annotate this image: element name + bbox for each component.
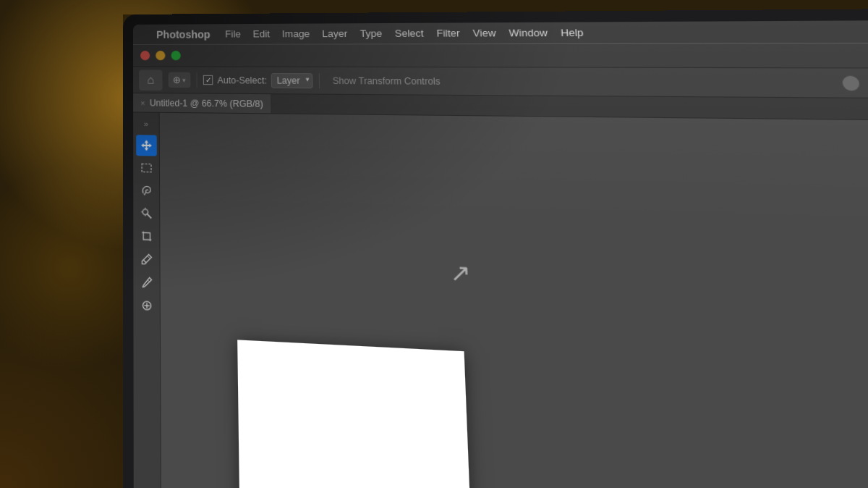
laptop-bezel: Photoshop File Edit Image Layer Type Sel… — [123, 8, 868, 488]
healing-brush-icon — [140, 298, 153, 313]
canvas-document[interactable] — [237, 340, 472, 488]
brush-tool[interactable] — [136, 271, 157, 293]
eyedropper-tool[interactable] — [136, 248, 157, 271]
autoselect-label: Auto-Select: — [217, 75, 267, 85]
svg-line-6 — [147, 256, 150, 258]
layer-dropdown-value: Layer — [276, 75, 299, 86]
window-controls-bar — [133, 43, 868, 69]
dropdown-caret-icon: ▾ — [306, 75, 310, 83]
tab-close-icon[interactable]: × — [140, 98, 145, 107]
crop-icon — [140, 229, 153, 243]
home-button[interactable]: ⌂ — [139, 70, 162, 91]
rect-marquee-icon — [140, 161, 153, 174]
maximize-button[interactable] — [171, 51, 181, 60]
lasso-tool[interactable] — [136, 180, 157, 201]
app-name: Photoshop — [156, 28, 210, 40]
dropdown-arrow-icon: ▾ — [182, 76, 186, 83]
canvas-cursor: ↖ — [450, 258, 472, 287]
menu-layer[interactable]: Layer — [322, 28, 347, 40]
laptop-screen: Photoshop File Edit Image Layer Type Sel… — [133, 20, 868, 488]
magic-wand-tool[interactable] — [136, 203, 157, 224]
brush-icon — [140, 275, 153, 290]
minimize-button[interactable] — [156, 51, 165, 60]
eyedropper-icon — [140, 252, 153, 266]
close-button[interactable] — [140, 51, 150, 60]
arrange-icon[interactable] — [842, 75, 860, 91]
svg-line-7 — [147, 279, 149, 282]
document-tab[interactable]: × Untitled-1 @ 66.7% (RGB/8) — [133, 93, 272, 113]
left-toolbar: » — [133, 112, 161, 488]
toolbar-divider — [196, 72, 197, 88]
move-icon: ⊕ — [173, 75, 181, 85]
menu-view[interactable]: View — [472, 28, 495, 39]
menubar: Photoshop File Edit Image Layer Type Sel… — [133, 20, 868, 45]
layer-dropdown[interactable]: Layer ▾ — [271, 73, 313, 88]
svg-rect-0 — [142, 164, 151, 172]
move-tool-icon — [140, 138, 153, 152]
menu-image[interactable]: Image — [282, 28, 310, 40]
home-icon: ⌂ — [147, 73, 154, 86]
tab-title: Untitled-1 @ 66.7% (RGB/8) — [150, 98, 263, 109]
crop-tool[interactable] — [136, 225, 157, 248]
menu-window[interactable]: Window — [509, 27, 548, 38]
canvas-area[interactable]: ↖ — [160, 113, 868, 488]
move-tool-button[interactable]: ⊕ ▾ — [169, 72, 191, 88]
move-tool[interactable] — [136, 135, 157, 156]
svg-point-2 — [142, 209, 148, 215]
toolbar-right-icons — [842, 75, 868, 91]
expand-icon[interactable]: » — [140, 117, 153, 131]
lasso-icon — [140, 184, 153, 198]
menu-help[interactable]: Help — [561, 27, 584, 38]
toolbar-divider-2 — [319, 73, 320, 88]
menu-type[interactable]: Type — [359, 28, 382, 39]
autoselect-checkbox[interactable]: ✓ — [203, 75, 213, 85]
autoselect-control: ✓ Auto-Select: Layer ▾ — [203, 72, 313, 88]
menu-filter[interactable]: Filter — [436, 28, 460, 39]
healing-brush-tool[interactable] — [136, 294, 157, 316]
rect-marquee-tool[interactable] — [136, 157, 157, 179]
menu-edit[interactable]: Edit — [253, 28, 271, 39]
menu-file[interactable]: File — [225, 28, 241, 39]
checkmark-icon: ✓ — [205, 76, 210, 83]
show-transform-label: Show Transform Controls — [332, 75, 440, 87]
magic-wand-icon — [140, 206, 153, 220]
main-area: » — [133, 112, 868, 488]
menu-select[interactable]: Select — [395, 28, 424, 39]
